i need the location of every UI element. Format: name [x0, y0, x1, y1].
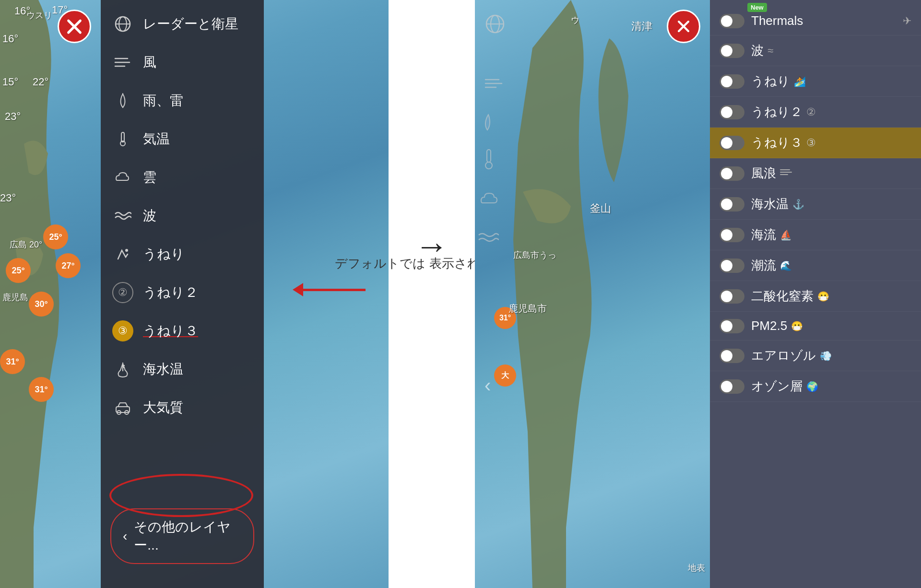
more-layers-label: その他のレイヤー... — [134, 518, 242, 554]
swell2-circle-r: ② — [806, 106, 816, 118]
menu-item-radar[interactable]: レーダーと衛星 — [101, 5, 264, 43]
swell3-circle: ③ — [112, 320, 133, 341]
menu-item-swell2-r[interactable]: うねり２ ② — [710, 97, 921, 128]
menu-item-wave[interactable]: 波 — [101, 197, 264, 235]
swell2-circle: ② — [112, 282, 133, 303]
menu-label-swell: うねり — [143, 245, 185, 263]
menu-item-aerosol-r[interactable]: エアロゾル 💨 — [710, 341, 921, 371]
menu-label-airquality: 大気質 — [143, 399, 183, 417]
wave-icon-map2 — [478, 228, 499, 247]
r-city-hiroshima: 広島市うっ — [513, 249, 556, 261]
menu-item-airquality[interactable]: 大気質 — [101, 388, 264, 427]
menu-item-current-r[interactable]: 海流 ⛵ — [710, 220, 921, 250]
r-city-kagoshima: 鹿児島市 — [508, 302, 547, 315]
right-panel: 31° 大 清津 ウ 釜山 広島市うっ 鹿児島市 ‹ 地表 — [475, 0, 921, 588]
new-badge: New — [747, 3, 767, 12]
r-city-label: ウ — [571, 14, 579, 26]
ozone-icon-r: 🌍 — [806, 381, 818, 392]
left-menu: レーダーと衛星 風 雨、雷 — [101, 0, 264, 588]
seatemp-icon — [112, 359, 133, 380]
swell-icon — [112, 244, 133, 265]
wave-icon-r: ≈ — [768, 45, 773, 57]
menu-item-no2-r[interactable]: 二酸化窒素 😷 — [710, 281, 921, 312]
center-panel: → デフォルトでは 表示されません — [389, 0, 475, 588]
thermals-label: Thermals — [751, 13, 899, 28]
temp-label-3: 16° — [2, 33, 18, 45]
toggle-thermals[interactable] — [720, 14, 744, 28]
toggle-swell-r[interactable] — [720, 74, 744, 89]
toggle-aerosol-r[interactable] — [720, 349, 744, 363]
menu-label-rain: 雨、雷 — [143, 92, 183, 110]
temp-bubble-4: 30° — [29, 292, 54, 317]
toggle-swell3-r[interactable] — [720, 136, 744, 150]
toggle-swell2-r[interactable] — [720, 105, 744, 119]
rain-icon-map — [480, 113, 497, 136]
cloud-icon — [112, 167, 133, 188]
menu-item-seatemp-r[interactable]: 海水温 ⚓ — [710, 189, 921, 220]
toggle-wind-r[interactable] — [720, 166, 744, 181]
no2-icon-r: 😷 — [817, 291, 829, 302]
close-button-left[interactable] — [58, 10, 91, 43]
svg-rect-22 — [487, 150, 491, 162]
wave-icon — [112, 205, 133, 226]
temp-bubble-2: 25° — [6, 258, 31, 283]
pm25-label-r: PM2.5 — [751, 318, 787, 333]
right-map-land — [475, 0, 710, 588]
menu-item-tidal-r[interactable]: 潮流 🌊 — [710, 250, 921, 281]
current-label-r: 海流 — [751, 226, 776, 243]
close-button-right[interactable] — [667, 10, 700, 43]
globe-icon — [112, 13, 133, 35]
menu-item-pm25-r[interactable]: PM2.5 😷 — [710, 312, 921, 341]
toggle-no2-r[interactable] — [720, 289, 744, 304]
no2-label-r: 二酸化窒素 — [751, 288, 814, 305]
wind-icon-menu-r — [780, 167, 792, 179]
more-layers-button[interactable]: ‹ その他のレイヤー... — [110, 508, 254, 564]
svg-rect-11 — [116, 407, 130, 412]
menu-label-cloud: 雲 — [143, 168, 156, 187]
menu-label-radar: レーダーと衛星 — [143, 15, 238, 33]
menu-item-swell[interactable]: うねり — [101, 235, 264, 273]
swell2-label-r: うねり２ — [751, 104, 803, 120]
tidal-label-r: 潮流 — [751, 257, 776, 274]
toggle-pm25-r[interactable] — [720, 319, 744, 333]
r-city-busan: 釜山 — [590, 201, 611, 216]
wind-icon-map — [484, 77, 504, 93]
menu-item-cloud[interactable]: 雲 — [101, 158, 264, 197]
temp-label-8: 23° — [0, 192, 16, 204]
toggle-tidal-r[interactable] — [720, 259, 744, 273]
temp-label-7: 23° — [5, 110, 21, 123]
menu-label-seatemp: 海水温 — [143, 360, 183, 378]
swell-icon-r: 🏄 — [794, 76, 806, 87]
chevron-left-icon: ‹ — [123, 529, 127, 544]
wind-icon — [112, 52, 133, 73]
menu-item-seatemp[interactable]: 海水温 — [101, 350, 264, 388]
menu-item-thermals[interactable]: New Thermals ✈ — [710, 0, 921, 35]
menu-label-swell2: うねり２ — [143, 283, 198, 302]
close-x-icon — [675, 18, 692, 35]
plane-icon: ✈ — [903, 15, 911, 27]
aerosol-icon-r: 💨 — [820, 350, 832, 362]
toggle-current-r[interactable] — [720, 228, 744, 242]
menu-item-ozone-r[interactable]: オゾン層 🌍 — [710, 371, 921, 402]
menu-item-swell-r[interactable]: うねり 🏄 — [710, 66, 921, 97]
menu-label-temp: 気温 — [143, 130, 170, 148]
menu-item-rain[interactable]: 雨、雷 — [101, 82, 264, 120]
menu-item-wind-r[interactable]: 風浪 — [710, 158, 921, 189]
aerosol-label-r: エアロゾル — [751, 347, 816, 364]
menu-item-swell3[interactable]: ③ うねり３ — [101, 312, 264, 350]
swell-label-r: うねり — [751, 73, 790, 90]
seatemp-label-r: 海水温 — [751, 196, 789, 212]
map-chevron-left[interactable]: ‹ — [484, 375, 491, 396]
menu-item-swell2[interactable]: ② うねり２ — [101, 273, 264, 312]
menu-item-wave-r[interactable]: 波 ≈ — [710, 35, 921, 66]
toggle-ozone-r[interactable] — [720, 379, 744, 394]
menu-item-temp[interactable]: 気温 — [101, 120, 264, 158]
menu-item-swell3-r[interactable]: うねり３ ③ — [710, 128, 921, 158]
cloud-icon-map — [480, 189, 501, 209]
city-usri: ウスリ — [26, 10, 52, 21]
toggle-wave[interactable] — [720, 44, 744, 58]
wave-label-r: 波 — [751, 42, 764, 59]
toggle-seatemp-r[interactable] — [720, 197, 744, 212]
right-map: 31° 大 清津 ウ 釜山 広島市うっ 鹿児島市 ‹ 地表 — [475, 0, 710, 588]
menu-item-wind[interactable]: 風 — [101, 43, 264, 82]
